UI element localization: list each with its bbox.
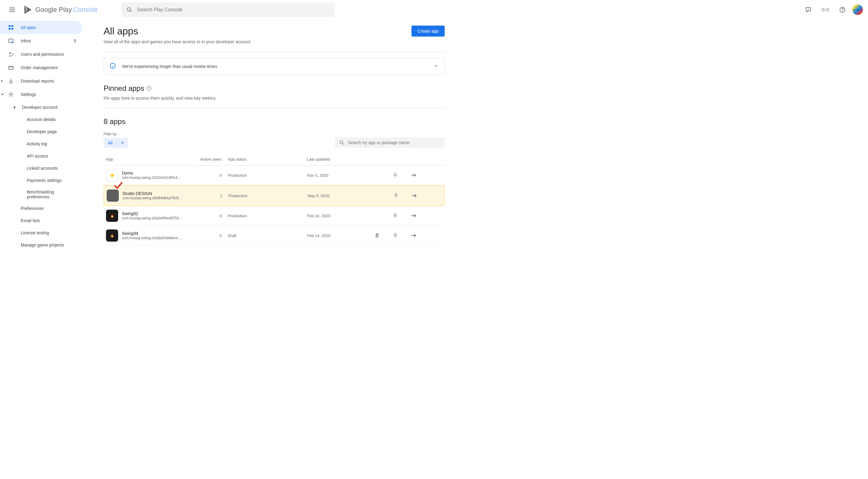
app-name: Demo [122,171,181,176]
active-users-value: 0 [197,214,228,218]
app-icon [106,189,119,202]
sidebar-label: Settings [21,92,36,97]
chevron-down-icon: ▾ [13,105,17,110]
th-status: App status [228,157,307,161]
th-updated: Last updated [307,157,368,161]
sidebar-item-preferences[interactable]: Preferences [0,202,85,214]
svg-rect-9 [9,66,13,69]
sidebar-item-license-testing[interactable]: License testing [0,227,85,239]
download-icon [7,78,14,85]
active-users-value: 0 [197,233,228,238]
open-app-button[interactable] [405,192,423,199]
app-icon: 🔥 [106,230,118,242]
sidebar-item-benchmarking[interactable]: Benchmarking preferences [0,186,85,202]
page-title: All apps [103,26,250,37]
svg-point-8 [9,52,11,54]
table-row[interactable]: Studio DESIGN com.hustay.swing.d8d64b94a… [103,185,445,206]
app-status-value: Production [228,173,307,178]
sidebar-item-all-apps[interactable]: All apps [0,21,82,34]
sidebar-item-developer-account[interactable]: ▾ Developer account [0,101,85,113]
apps-table: App Active users App status Last updated… [103,153,445,246]
pin-button[interactable] [387,193,405,198]
table-header: App Active users App status Last updated [103,153,445,166]
sidebar-label: Download reports [21,79,54,84]
sidebar-item-download-reports[interactable]: Download reports [0,74,82,88]
sidebar-item-activity-log[interactable]: Activity log [0,138,85,150]
chevron-down-icon[interactable] [433,63,439,70]
open-app-button[interactable] [404,232,423,239]
create-app-button[interactable]: Create app [411,26,445,36]
sidebar-item-settings[interactable]: Settings [0,88,82,101]
info-icon [109,62,116,70]
help-icon[interactable]: ? [147,86,151,91]
pin-button[interactable] [386,173,404,178]
table-row[interactable]: 🔥 Swing94 com.hustay.swing.d1dda83de6ece… [103,226,445,246]
svg-point-10 [10,94,12,95]
feedback-icon[interactable] [801,2,816,17]
svg-point-7 [12,42,13,43]
table-row[interactable]: 🔥 Swing92 com.hustay.swing.d0a3e8f4cd975… [103,206,445,226]
hamburger-menu-icon[interactable] [5,2,20,17]
pin-button[interactable] [386,233,404,238]
active-users-value: 0 [197,173,228,178]
svg-rect-4 [9,28,11,30]
svg-rect-3 [11,25,13,27]
card-icon [7,64,14,71]
gear-icon [7,91,14,98]
app-package: com.hustay.swing.d1dda83de6ece4… [122,236,183,240]
app-name: Swing92 [122,211,182,216]
active-users-value: 2 [198,193,228,198]
sidebar-item-payments-settings[interactable]: Payments settings [0,174,85,186]
divider [103,52,445,52]
open-app-button[interactable] [404,172,423,179]
inbox-icon [7,37,14,44]
logo[interactable]: Google PlayConsole [23,5,98,14]
filter-dropdown[interactable]: All [103,138,128,148]
avatar[interactable]: SWING [852,4,863,15]
help-icon[interactable] [835,2,850,17]
open-app-button[interactable] [404,212,423,219]
delete-button[interactable] [368,233,386,239]
svg-point-12 [340,141,343,144]
search-input[interactable] [137,7,330,12]
app-status-value: Draft [228,233,307,238]
app-status-value: Production [228,193,308,198]
sidebar-item-api-access[interactable]: API access [0,150,85,162]
app-search[interactable] [335,138,445,148]
pin-button[interactable] [386,213,404,218]
filter-label: Filter by [103,132,128,136]
sidebar-item-orders[interactable]: Order management [0,61,82,74]
app-name: Swing94 [122,231,183,236]
app-package: com.hustay.swing.d31fcbc016f014… [122,176,181,180]
app-status-value: Production [228,214,307,218]
app-search-input[interactable] [348,140,440,145]
page-subtitle: View all of the apps and games you have … [103,39,250,44]
th-users: Active users [197,157,228,161]
sidebar-item-account-details[interactable]: Account details [0,113,85,125]
table-row[interactable]: 🟡 Demo com.hustay.swing.d31fcbc016f014… … [103,166,445,185]
global-search[interactable] [122,2,335,17]
link-icon[interactable] [818,2,833,17]
last-updated-value: Feb 14, 2020 [307,233,368,238]
sidebar-item-linked-accounts[interactable]: Linked accounts [0,162,85,174]
banner-text: We're experiencing longer than usual rev… [122,64,427,69]
sidebar-item-email-lists[interactable]: Email lists [0,214,85,227]
sidebar-item-users[interactable]: Users and permissions [0,48,82,61]
app-icon: 🔥 [106,210,118,222]
sidebar-item-developer-page[interactable]: Developer page [0,125,85,138]
sidebar-label: Developer account [22,105,58,110]
users-icon [7,51,14,58]
divider [103,108,445,108]
last-updated-value: Feb 14, 2020 [307,214,368,218]
sidebar-item-inbox[interactable]: Inbox 5 [0,34,82,48]
sidebar-label: Users and permissions [21,52,64,57]
sidebar-item-manage-game-projects[interactable]: Manage game projects [0,239,85,251]
svg-point-0 [127,8,130,11]
pinned-apps-subtitle: Pin apps here to access them quickly, an… [103,96,445,100]
review-times-banner[interactable]: We're experiencing longer than usual rev… [103,58,445,75]
app-icon: 🟡 [106,169,118,181]
app-package: com.hustay.swing.d8d64b94a79c94… [122,196,183,200]
sidebar-label: Order management [21,65,58,70]
th-app: App [106,157,197,161]
search-icon [126,7,132,13]
